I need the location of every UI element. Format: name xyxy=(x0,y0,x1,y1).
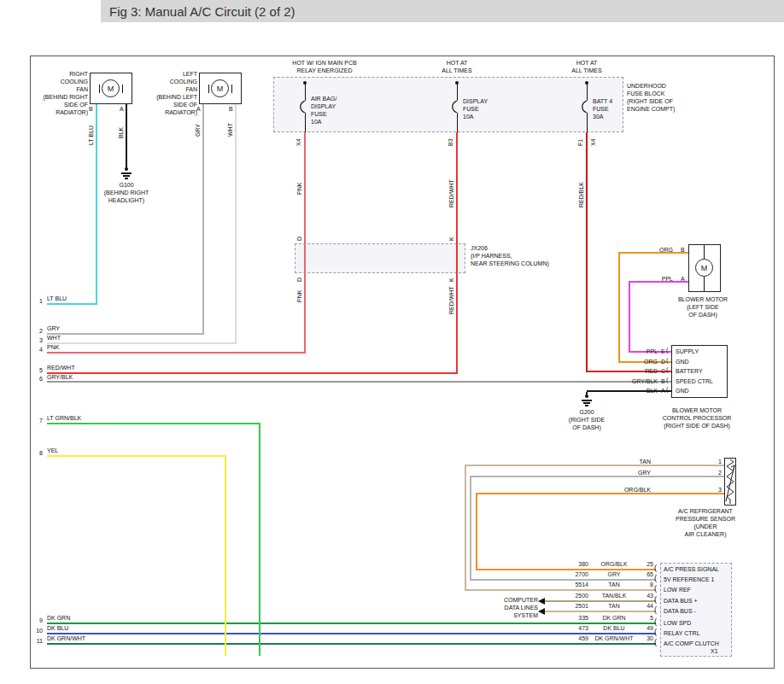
sensor-wire-tan: TAN xyxy=(598,458,651,465)
proc-pin-b-bracket-icon xyxy=(666,377,668,383)
g200-location: (RIGHT SIDE OF DASH) xyxy=(561,416,612,431)
jx206-junction-box xyxy=(295,243,465,273)
fuse1-label: AIR BAG/ DISPLAY FUSE 10A xyxy=(311,95,336,126)
proc-pin-a-bracket-icon xyxy=(666,386,668,392)
row9-num: 9 xyxy=(31,617,43,624)
g100-location: (BEHIND RIGHT HEADLIGHT) xyxy=(88,189,165,204)
proc-fn-gnd1: GND xyxy=(676,358,689,365)
proc-pin-d: D xyxy=(661,358,665,365)
conn-row-5-color: TAN xyxy=(588,603,640,609)
row11-num: 11 xyxy=(31,637,43,645)
conn-row-1: 380ORG/BLK25 xyxy=(561,561,653,567)
conn-row-2: 2700GRY65 xyxy=(561,571,653,577)
proc-wire-gry-blk: GRY/BLK xyxy=(613,377,658,385)
wire-row4-pnk xyxy=(47,352,305,354)
proc-pin-d-bracket-icon xyxy=(666,357,668,363)
conn-bracket-4-icon xyxy=(654,595,657,604)
wire-conn-gry xyxy=(471,579,656,581)
conn-row-7-color: DK BLU xyxy=(588,625,640,631)
sensor-pin-1: 1 xyxy=(711,458,722,465)
jx206-pin-k-bottom: K xyxy=(448,278,454,282)
feed1-hot-label: HOT W/ IGN MAIN PCB RELAY ENERGIZED xyxy=(272,59,377,74)
row2-label: GRY xyxy=(47,324,60,332)
g100-dot xyxy=(125,167,128,171)
conn-row-3-color: TAN xyxy=(588,582,640,588)
conn-row-5-pin: 44 xyxy=(640,603,653,609)
right-fan-pin-b: B xyxy=(89,105,93,113)
conn-fn-low-ref: LOW REF xyxy=(664,586,691,593)
g200-dot xyxy=(585,395,588,398)
wire-row5-red-wht xyxy=(47,372,457,374)
conn-row-1-color: ORG/BLK xyxy=(588,561,640,567)
proc-wire-blk: BLK xyxy=(613,387,658,395)
left-fan-pin-a: A xyxy=(196,105,201,113)
wire-conn-tan xyxy=(465,589,656,591)
proc-fn-gnd2: GND xyxy=(676,387,689,395)
wire-label-red-blk: RED/BLK xyxy=(578,182,584,208)
fuse2-pin-b3: B3 xyxy=(448,138,453,146)
proc-pin-b: B xyxy=(661,377,665,385)
proc-wire-org: ORG xyxy=(613,358,658,365)
row5-num: 5 xyxy=(31,366,43,374)
row7-num: 7 xyxy=(31,417,43,424)
sensor-wire-gry: GRY xyxy=(598,469,651,476)
right-fan-brush-right xyxy=(122,85,123,93)
row4-num: 4 xyxy=(31,346,43,354)
fuse2-label: DISPLAY FUSE 10A xyxy=(463,97,488,120)
blower-pin-a: A xyxy=(681,275,685,283)
conn-row-6-pin: 5 xyxy=(640,615,653,621)
conn-row-5-circuit: 2501 xyxy=(561,603,588,609)
conn-row-8: 459DK GRN/WHT30 xyxy=(561,635,653,641)
data-bus-plus-arrow-icon xyxy=(538,598,545,605)
pressure-sensor-label: A/C REFRIGERANT PRESSURE SENSOR (UNDER A… xyxy=(666,507,745,538)
wire-row1-lt-blu xyxy=(47,303,97,305)
row10-label: DK BLU xyxy=(47,624,68,632)
left-cooling-fan-label: LEFT COOLING FAN (BEHIND LEFT SIDE OF RA… xyxy=(147,70,197,117)
left-fan-brush-left xyxy=(208,85,209,93)
wire-wht-drop xyxy=(235,104,237,344)
conn-bracket-7-icon xyxy=(654,628,657,636)
wiring-diagram-page: Fig 3: Manual A/C Circuit (2 of 2) M M M xyxy=(0,0,784,684)
conn-row-4: 2500TAN/BLK43 xyxy=(561,593,653,599)
right-fan-brush-left xyxy=(99,85,100,93)
conn-row-6: 335DK GRN5 xyxy=(561,615,653,621)
fuse1-icon xyxy=(299,101,311,113)
wire-label-pnk-lower: PNK xyxy=(296,290,302,302)
row11-label: DK GRN/WHT xyxy=(47,634,85,642)
wire-org-blk-vert xyxy=(476,493,477,570)
figure-title-bar: Fig 3: Manual A/C Circuit (2 of 2) xyxy=(101,0,784,22)
row1-label: LT BLU xyxy=(47,295,67,302)
row5-label: RED/WHT xyxy=(47,364,75,371)
blower-motor-brush-bottom xyxy=(704,277,705,291)
row8-num: 8 xyxy=(31,449,43,457)
conn-row-8-pin: 30 xyxy=(640,635,653,641)
left-fan-motor-icon: M xyxy=(211,79,229,97)
blower-motor-brush-top xyxy=(704,245,705,259)
g200-name: G200 xyxy=(570,408,604,416)
jx206-pin-d-bottom: D xyxy=(296,278,302,282)
blower-motor-icon: M xyxy=(695,259,713,277)
feed2-stub xyxy=(457,83,458,101)
conn-fn-data-bus-minus: DATA BUS - xyxy=(664,607,696,615)
conn-fn-ac-comp-clutch: A/C COMP CLUTCH xyxy=(664,640,719,647)
jx206-pin-d-top: D xyxy=(296,237,302,241)
proc-wire-red: RED xyxy=(613,367,658,375)
wire-blk-g100-drop xyxy=(126,104,127,168)
proc-pin-c: C xyxy=(661,367,665,375)
right-fan-motor-icon: M xyxy=(102,79,120,97)
feed3-hot-label: HOT AT ALL TIMES xyxy=(561,59,612,74)
proc-fn-battery: BATTERY xyxy=(676,367,703,375)
row4-label: PNK xyxy=(47,343,59,351)
left-fan-brush-right xyxy=(231,85,232,93)
conn-row-4-color: TAN/BLK xyxy=(588,593,640,599)
wire-red-blk-drop xyxy=(586,132,588,372)
conn-row-1-circuit: 380 xyxy=(561,561,588,567)
g100-ground-bar3 xyxy=(125,178,128,179)
wire-conn-tan2 xyxy=(545,611,656,612)
fuse2-icon xyxy=(451,101,463,113)
wire-label-gry: GRY xyxy=(195,124,201,137)
wire-gry-vert2 xyxy=(470,476,471,581)
wire-red-wht-drop xyxy=(456,132,458,374)
row8-label: YEL xyxy=(47,447,58,454)
blower-motor-label: BLOWER MOTOR (LEFT SIDE OF DASH) xyxy=(670,295,736,319)
